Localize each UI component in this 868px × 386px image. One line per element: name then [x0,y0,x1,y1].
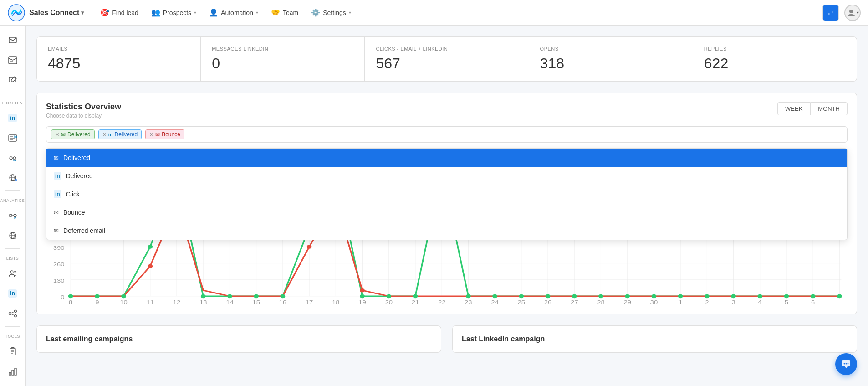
svg-point-157 [848,363,849,365]
dropdown-linkedin-icon-1: in [54,172,61,180]
svg-rect-2 [9,37,16,43]
analytics-link-icon: in [8,211,17,220]
svg-text:23: 23 [465,299,472,305]
lists-linkedin-icon: in [8,289,17,298]
sidebar-share[interactable] [4,304,22,323]
svg-text:16: 16 [279,299,287,305]
dropdown-email-icon-1: ✉ [54,154,59,161]
svg-text:260: 260 [53,262,65,268]
period-buttons: WEEK MONTH [777,102,848,115]
svg-text:14: 14 [226,299,234,305]
logo-chevron: ▾ [81,10,84,16]
prospects-icon: 👥 [151,8,160,17]
linkedin-list-icon: in [8,134,17,143]
dropdown-item-email-delivered[interactable]: ✉ Delivered [46,149,847,167]
filter-tag-delivered-email[interactable]: ✕ ✉ Delivered [51,129,95,139]
app-name: Sales Connect ▾ [29,9,84,17]
settings-chevron: ▾ [349,10,351,15]
close-x-2[interactable]: ✕ [102,132,107,138]
email-icon [8,36,17,45]
close-x-1[interactable]: ✕ [55,132,59,138]
sidebar-linkedin[interactable]: in [4,109,22,127]
svg-point-20 [9,214,12,217]
analytics-globe-icon [8,231,17,240]
nav-find-lead[interactable]: 🎯 Find lead [95,5,144,21]
sidebar-lists-linkedin[interactable]: in [4,284,22,303]
stat-replies: REPLIES 622 [693,37,857,81]
close-x-3[interactable]: ✕ [149,132,153,138]
sidebar-analytics-global[interactable] [4,226,22,245]
swap-button[interactable]: ⇄ [822,5,839,21]
sidebar-lists-people[interactable] [4,264,22,283]
dropdown-item-linkedin-delivered[interactable]: in Delivered [46,167,847,185]
sidebar-compose[interactable] [4,71,22,89]
svg-point-32 [14,315,16,317]
dropdown-item-linkedin-click[interactable]: in Click [46,185,847,203]
sidebar-linkedin-link[interactable]: in [4,149,22,167]
filter-dropdown: ✉ Delivered in Delivered in Click ✉ Boun… [46,148,848,240]
analytics-section-label: ANALYTICS [0,195,25,205]
sidebar-list-email[interactable] [4,51,22,69]
share-icon [8,309,17,318]
nav-settings[interactable]: ⚙️ Settings ▾ [306,5,357,21]
sidebar-divider-4 [5,326,20,327]
stat-linkedin-messages: MESSAGES LINKEDIN 0 [201,37,365,81]
tools-section-label: TOOLS [0,330,25,340]
svg-point-28 [10,271,13,273]
stat-emails: EMAILS 4875 [37,37,201,81]
globe-icon [8,173,17,182]
svg-text:25: 25 [518,299,526,305]
logo[interactable]: Sales Connect ▾ [7,4,84,22]
period-month-button[interactable]: MONTH [810,102,848,115]
dropdown-item-deferred[interactable]: ✉ Deferred email [46,221,847,240]
filter-tag-delivered-linkedin[interactable]: ✕ in Delivered [98,129,142,139]
sidebar-tools-clipboard[interactable] [4,342,22,360]
svg-point-104 [413,294,418,299]
svg-point-108 [519,294,524,299]
svg-text:10: 10 [120,299,128,305]
nav-items: 🎯 Find lead 👥 Prospects ▾ 👤 Automation ▾… [95,5,822,21]
chat-bubble[interactable] [835,353,857,375]
svg-text:24: 24 [491,299,499,305]
stat-clicks: CLICKS - EMAIL + LINKEDIN 567 [365,37,529,81]
svg-text:in: in [14,216,16,220]
sidebar-analytics-link[interactable]: in [4,206,22,225]
sidebar-linkedin-list[interactable]: in [4,129,22,147]
sidebar: LINKEDIN in in in ANALYTICS [0,26,26,386]
svg-text:in: in [14,135,17,138]
filter-area: ✕ ✉ Delivered ✕ in Delivered ✕ ✉ Bounce [46,126,848,143]
period-week-button[interactable]: WEEK [777,102,810,115]
svg-point-92 [95,294,100,299]
svg-point-94 [148,245,153,249]
svg-point-112 [625,294,630,299]
bounce-icon: ✉ [155,131,160,138]
last-linkedin-title: Last LinkedIn campaign [462,335,848,343]
svg-text:2: 2 [705,299,709,305]
stat-emails-label: EMAILS [48,46,189,51]
svg-point-119 [811,294,816,299]
svg-text:30: 30 [650,299,658,305]
nav-prospects[interactable]: 👥 Prospects ▾ [146,5,202,21]
sidebar-global[interactable] [4,169,22,187]
nav-team[interactable]: 🤝 Team [266,5,304,21]
find-lead-icon: 🎯 [100,8,109,17]
sidebar-tools-chart[interactable] [4,362,22,381]
svg-point-123 [307,245,312,249]
stat-linkedin-label: MESSAGES LINKEDIN [212,46,353,51]
svg-point-30 [9,313,11,315]
last-emailing-campaigns: Last emailing campaigns [36,325,441,353]
dropdown-item-bounce[interactable]: ✉ Bounce [46,203,847,221]
user-avatar[interactable]: ▾ [844,5,861,21]
nav-automation[interactable]: 👤 Automation ▾ [204,5,264,21]
sidebar-email[interactable] [4,31,22,49]
stat-replies-label: REPLIES [704,46,846,51]
svg-text:29: 29 [623,299,631,305]
svg-rect-19 [15,179,17,181]
linkedin-icon: in [8,114,17,122]
filter-tags-row[interactable]: ✕ ✉ Delivered ✕ in Delivered ✕ ✉ Bounce [46,126,848,143]
stats-title: Statistics Overview [46,102,121,112]
svg-text:13: 13 [199,299,207,305]
filter-tag-bounce[interactable]: ✕ ✉ Bounce [145,129,184,139]
svg-text:18: 18 [332,299,340,305]
svg-point-121 [148,264,153,268]
